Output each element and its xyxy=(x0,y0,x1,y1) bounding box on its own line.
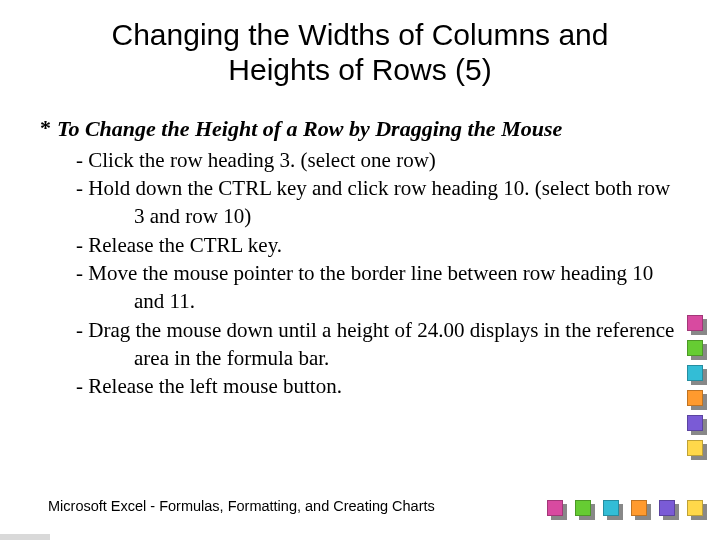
deco-square-icon xyxy=(547,500,569,522)
deco-square-icon xyxy=(687,365,709,387)
steps-list: - Click the row heading 3. (select one r… xyxy=(40,144,680,401)
deco-squares-vertical xyxy=(684,312,712,465)
deco-square-icon xyxy=(687,390,709,412)
step-item: - Click the row heading 3. (select one r… xyxy=(76,146,680,174)
deco-square-icon xyxy=(575,500,597,522)
deco-square-icon xyxy=(687,340,709,362)
step-item: - Move the mouse pointer to the border l… xyxy=(76,259,680,316)
slide: Changing the Widths of Columns and Heigh… xyxy=(0,0,720,540)
deco-squares-horizontal xyxy=(544,500,712,522)
step-item: - Release the CTRL key. xyxy=(76,231,680,259)
deco-square-icon xyxy=(659,500,681,522)
step-item: - Release the left mouse button. xyxy=(76,372,680,400)
title-line-2: Heights of Rows (5) xyxy=(0,53,720,88)
corner-notch xyxy=(0,534,50,540)
deco-square-icon xyxy=(687,415,709,437)
title-line-1: Changing the Widths of Columns and xyxy=(0,18,720,53)
step-item: - Hold down the CTRL key and click row h… xyxy=(76,174,680,231)
deco-square-icon xyxy=(687,500,709,522)
step-item: - Drag the mouse down until a height of … xyxy=(76,316,680,373)
footer-text: Microsoft Excel - Formulas, Formatting, … xyxy=(48,498,435,514)
slide-title: Changing the Widths of Columns and Heigh… xyxy=(0,0,720,87)
bullet-icon: * xyxy=(40,115,51,141)
bullet-row: * To Change the Height of a Row by Dragg… xyxy=(40,115,680,144)
deco-square-icon xyxy=(603,500,625,522)
deco-square-icon xyxy=(687,440,709,462)
deco-square-icon xyxy=(687,315,709,337)
slide-body: * To Change the Height of a Row by Dragg… xyxy=(0,87,720,401)
deco-square-icon xyxy=(631,500,653,522)
section-heading: To Change the Height of a Row by Draggin… xyxy=(57,115,562,144)
